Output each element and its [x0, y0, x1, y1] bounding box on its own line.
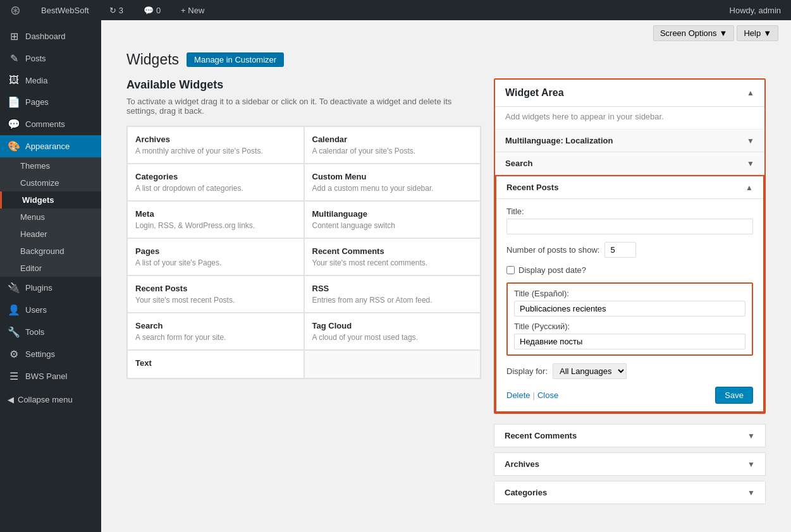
widget-archives-area-label: Archives [505, 459, 539, 469]
media-icon: 🖼 [8, 75, 20, 86]
sidebar-item-comments[interactable]: 💬 Comments [0, 113, 101, 135]
comments-count[interactable]: 💬 0 [138, 0, 166, 20]
delete-link[interactable]: Delete [506, 390, 530, 400]
widget-categories-area-label: Categories [505, 488, 547, 497]
widget-multilanguage[interactable]: Multilanguage Content language switch [304, 201, 481, 238]
sidebar-item-bwspanel[interactable]: ☰ BWS Panel [0, 365, 101, 387]
widget-archives-name: Archives [135, 135, 296, 144]
widget-pages[interactable]: Pages A list of your site's Pages. [127, 238, 304, 275]
sidebar-item-settings[interactable]: ⚙ Settings [0, 343, 101, 365]
widget-categories[interactable]: Categories A list or dropdown of categor… [127, 164, 304, 201]
sidebar-item-pages[interactable]: 📄 Pages [0, 91, 101, 113]
num-posts-row: Number of posts to show: [506, 242, 753, 258]
recentcomments-area-chevron: ▼ [747, 432, 755, 440]
espanol-title-label: Title (Español): [514, 289, 745, 298]
widget-recentposts-body: Title: Number of posts to show: [496, 199, 763, 411]
widget-rss[interactable]: RSS Entries from any RSS or Atom feed. [304, 275, 481, 313]
collapse-menu-button[interactable]: ◀ Collapse menu [0, 387, 101, 412]
russian-title-input[interactable] [514, 334, 745, 349]
sidebar-item-editor[interactable]: Editor [0, 260, 101, 277]
sidebar-item-themes[interactable]: Themes [0, 157, 101, 174]
display-date-label: Display post date? [518, 265, 586, 275]
title-field-row: Title: [506, 207, 753, 234]
updates-count[interactable]: ↻ 3 [104, 0, 128, 20]
sidebar-item-menus[interactable]: Menus [0, 209, 101, 226]
categories-area-chevron: ▼ [747, 488, 755, 497]
display-for-select[interactable]: All Languages English Spanish Russian [553, 363, 627, 379]
sidebar-item-background[interactable]: Background [0, 243, 101, 260]
main-content: Screen Options ▼ Help ▼ Widgets Manage i… [101, 20, 791, 532]
sidebar-item-widgets[interactable]: Widgets [0, 191, 101, 209]
updates-icon: ↻ [109, 6, 116, 15]
widget-tagcloud-name: Tag Cloud [312, 321, 473, 330]
link-separator: | [533, 390, 535, 400]
wp-logo[interactable]: ⊛ [5, 0, 26, 20]
widget-search-name: Search [135, 321, 296, 330]
display-for-label: Display for: [506, 366, 548, 376]
sidebar-item-appearance[interactable]: 🎨 Appearance [0, 135, 101, 157]
display-for-row: Display for: All Languages English Spani… [506, 363, 753, 379]
widget-recentcomments-area-header[interactable]: Recent Comments ▼ [494, 425, 765, 447]
widget-area-collapse-icon[interactable]: ▲ [747, 88, 754, 97]
new-content[interactable]: + New [176, 0, 209, 20]
recentposts-chevron-icon: ▲ [745, 183, 753, 192]
widget-search[interactable]: Search A search form for your site. [127, 313, 304, 350]
sidebar-item-users[interactable]: 👤 Users [0, 299, 101, 321]
manage-customizer-button[interactable]: Manage in Customizer [187, 52, 284, 67]
howdy-user[interactable]: Howdy, admin [725, 0, 786, 20]
widget-recentposts[interactable]: Recent Posts Your site's most recent Pos… [127, 275, 304, 313]
widget-text-name: Text [135, 358, 296, 368]
widget-area-panel: Widget Area ▲ Add widgets here to appear… [494, 78, 766, 509]
title-field-label: Title: [506, 207, 753, 216]
sidebar-item-header[interactable]: Header [0, 226, 101, 243]
widget-rss-desc: Entries from any RSS or Atom feed. [312, 296, 473, 305]
widget-meta-desc: Login, RSS, & WordPress.org links. [135, 221, 296, 230]
widget-recentposts-expanded-header[interactable]: Recent Posts ▲ [496, 176, 763, 199]
title-input[interactable] [506, 219, 753, 234]
search-chevron-icon: ▼ [747, 159, 754, 168]
widget-categories-area-header[interactable]: Categories ▼ [494, 481, 765, 504]
appearance-submenu: Themes Customize Widgets Menus Header Ba… [0, 157, 101, 277]
widget-area-title: Widget Area [505, 87, 564, 99]
widget-meta[interactable]: Meta Login, RSS, & WordPress.org links. [127, 201, 304, 238]
widget-archives-area-header[interactable]: Archives ▼ [494, 453, 765, 475]
wp-logo-icon: ⊛ [10, 3, 21, 18]
help-button[interactable]: Help ▼ [737, 25, 778, 41]
save-widget-button[interactable]: Save [715, 387, 753, 404]
widget-placeholder [304, 350, 481, 378]
widget-text[interactable]: Text [127, 350, 304, 378]
widget-multilanguage-header[interactable]: Multilanguage: Localization ▼ [495, 130, 764, 152]
sidebar-item-dashboard[interactable]: ⊞ Dashboard [0, 25, 101, 47]
admin-bar: ⊛ BestWebSoft ↻ 3 💬 0 + New Howdy, admin [0, 0, 791, 20]
close-link[interactable]: Close [537, 390, 558, 400]
widget-multilanguage-label: Multilanguage: Localization [505, 136, 613, 145]
admin-sidebar: ⊞ Dashboard ✎ Posts 🖼 Media 📄 Pages 💬 Co… [0, 20, 101, 532]
widget-calendar[interactable]: Calendar A calendar of your site's Posts… [304, 126, 481, 164]
widget-rss-name: RSS [312, 284, 473, 293]
sidebar-item-plugins[interactable]: 🔌 Plugins [0, 277, 101, 299]
widget-recentcomments[interactable]: Recent Comments Your site's most recent … [304, 238, 481, 275]
sidebar-item-media[interactable]: 🖼 Media [0, 70, 101, 91]
russian-title-label: Title (Русский): [514, 322, 745, 331]
widget-row-categories: Categories ▼ [494, 481, 766, 504]
available-widgets-desc: To activate a widget drag it to a sideba… [126, 97, 481, 116]
widget-custommenu[interactable]: Custom Menu Add a custom menu to your si… [304, 164, 481, 201]
sidebar-item-customize[interactable]: Customize [0, 174, 101, 191]
widget-recentcomments-desc: Your site's most recent comments. [312, 258, 473, 267]
widget-search-header[interactable]: Search ▼ [495, 152, 764, 174]
widget-tagcloud[interactable]: Tag Cloud A cloud of your most used tags… [304, 313, 481, 350]
screen-options-button[interactable]: Screen Options ▼ [653, 25, 734, 41]
espanol-title-input[interactable] [514, 301, 745, 317]
widget-calendar-name: Calendar [312, 135, 473, 144]
widget-search-label: Search [505, 159, 532, 168]
widget-archives[interactable]: Archives A monthly archive of your site'… [127, 126, 304, 164]
sidebar-item-tools[interactable]: 🔧 Tools [0, 321, 101, 343]
screen-options-chevron: ▼ [720, 28, 728, 38]
plugins-icon: 🔌 [8, 282, 20, 294]
sidebar-item-posts[interactable]: ✎ Posts [0, 47, 101, 70]
num-posts-input[interactable] [604, 242, 636, 258]
localization-box: Title (Español): Title (Русский): [506, 282, 753, 356]
site-name[interactable]: BestWebSoft [36, 0, 94, 20]
display-date-checkbox[interactable] [506, 266, 515, 274]
multilanguage-chevron-icon: ▼ [747, 136, 754, 145]
